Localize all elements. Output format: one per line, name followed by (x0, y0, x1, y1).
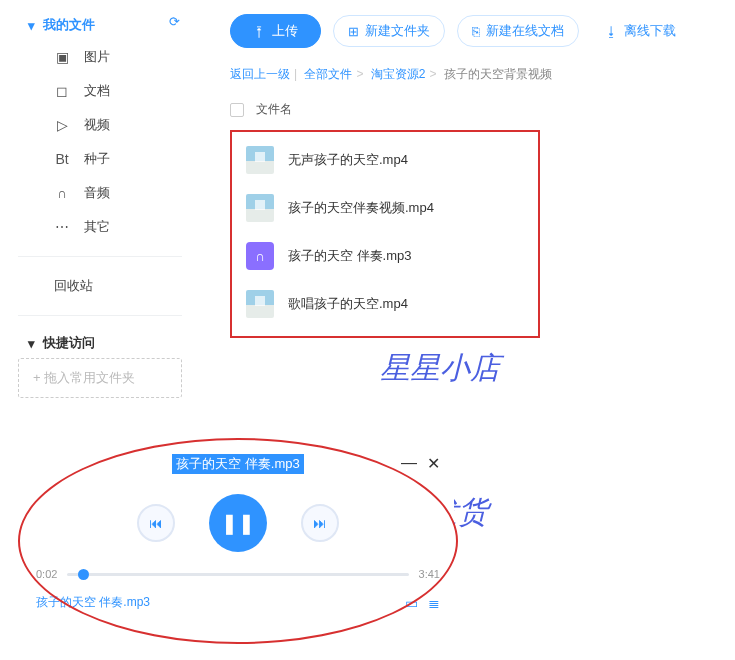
upload-icon: ⭱ (253, 24, 266, 39)
sidebar-item-pictures[interactable]: ▣图片 (18, 40, 182, 74)
sidebar-recycle[interactable]: 回收站 (18, 269, 182, 303)
file-row[interactable]: 歌唱孩子的天空.mp4 (242, 280, 528, 328)
offline-label: 离线下载 (624, 22, 676, 40)
prev-icon: ⏮ (149, 515, 163, 531)
minimize-icon[interactable]: — (401, 454, 417, 473)
new-folder-label: 新建文件夹 (365, 22, 430, 40)
progress-bar: 0:02 3:41 (36, 568, 440, 580)
time-total: 3:41 (419, 568, 440, 580)
sidebar-my-files-label: 我的文件 (43, 16, 95, 34)
new-doc-button[interactable]: ⎘新建在线文档 (457, 15, 579, 47)
column-header: 文件名 (230, 93, 735, 126)
breadcrumb: 返回上一级| 全部文件> 淘宝资源2> 孩子的天空背景视频 (230, 62, 735, 93)
playlist-icon[interactable]: ≣ (428, 595, 440, 611)
watermark-shop: 星星小店 (380, 348, 500, 389)
file-row[interactable]: 孩子的天空伴奏视频.mp4 (242, 184, 528, 232)
refresh-icon[interactable]: ⟳ (169, 14, 180, 29)
file-name: 孩子的天空 伴奏.mp3 (288, 247, 412, 265)
file-row[interactable]: 无声孩子的天空.mp4 (242, 136, 528, 184)
pause-button[interactable]: ❚❚ (209, 494, 267, 552)
sidebar-my-files[interactable]: ▾ 我的文件 (18, 10, 182, 40)
drop-folder-label: + 拖入常用文件夹 (33, 370, 135, 385)
crumb-all[interactable]: 全部文件 (304, 67, 352, 81)
file-name: 歌唱孩子的天空.mp4 (288, 295, 408, 313)
next-icon: ⏭ (313, 515, 327, 531)
seek-track[interactable] (67, 573, 408, 576)
sidebar-item-other[interactable]: ⋯其它 (18, 210, 182, 244)
now-playing-link[interactable]: 孩子的天空 伴奏.mp3 (36, 594, 150, 611)
sidebar-item-label: 其它 (84, 218, 110, 236)
file-name: 无声孩子的天空.mp4 (288, 151, 408, 169)
file-name: 孩子的天空伴奏视频.mp4 (288, 199, 434, 217)
sidebar-quick-access[interactable]: ▾ 快捷访问 (18, 328, 182, 358)
next-button[interactable]: ⏭ (301, 504, 339, 542)
sidebar-item-label: 音频 (84, 184, 110, 202)
sidebar-item-videos[interactable]: ▷视频 (18, 108, 182, 142)
file-row[interactable]: ∩孩子的天空 伴奏.mp3 (242, 232, 528, 280)
new-folder-button[interactable]: ⊞新建文件夹 (333, 15, 445, 47)
close-icon[interactable]: ✕ (427, 454, 440, 473)
player-title: 孩子的天空 伴奏.mp3 (172, 454, 304, 474)
crumb-current: 孩子的天空背景视频 (444, 67, 552, 81)
sidebar-item-label: 图片 (84, 48, 110, 66)
device-icon[interactable]: ▭ (405, 595, 418, 611)
sidebar-item-audio[interactable]: ∩音频 (18, 176, 182, 210)
sidebar-item-label: 种子 (84, 150, 110, 168)
play-icon: ▷ (54, 117, 70, 133)
sidebar-item-label: 视频 (84, 116, 110, 134)
sidebar: ▾ 我的文件 ⟳ ▣图片 ◻文档 ▷视频 Bt种子 ∩音频 ⋯其它 回收站 ▾ … (0, 0, 200, 408)
video-thumb-icon (246, 194, 274, 222)
time-elapsed: 0:02 (36, 568, 57, 580)
bt-icon: Bt (54, 151, 70, 167)
sidebar-item-label: 文档 (84, 82, 110, 100)
audio-player: 孩子的天空 伴奏.mp3 — ✕ ⏮ ❚❚ ⏭ 0:02 3:41 孩子的天空 … (18, 438, 458, 644)
col-filename: 文件名 (256, 101, 292, 118)
sidebar-item-documents[interactable]: ◻文档 (18, 74, 182, 108)
doc-plus-icon: ⎘ (472, 24, 480, 39)
folder-plus-icon: ⊞ (348, 24, 359, 39)
upload-label: 上传 (272, 22, 298, 40)
sidebar-recycle-label: 回收站 (54, 278, 93, 293)
more-icon: ⋯ (54, 219, 70, 235)
video-thumb-icon (246, 290, 274, 318)
chevron-down-icon: ▾ (28, 18, 35, 33)
crumb-seg1[interactable]: 淘宝资源2 (371, 67, 426, 81)
upload-button[interactable]: ⭱上传 (230, 14, 321, 48)
drop-folder-target[interactable]: + 拖入常用文件夹 (18, 358, 182, 398)
seek-knob[interactable] (78, 569, 89, 580)
main: ⭱上传 ⊞新建文件夹 ⎘新建在线文档 ⭳离线下载 返回上一级| 全部文件> 淘宝… (220, 0, 735, 338)
select-all-checkbox[interactable] (230, 103, 244, 117)
toolbar: ⭱上传 ⊞新建文件夹 ⎘新建在线文档 ⭳离线下载 (230, 10, 735, 62)
image-icon: ▣ (54, 49, 70, 65)
prev-button[interactable]: ⏮ (137, 504, 175, 542)
sidebar-item-torrent[interactable]: Bt种子 (18, 142, 182, 176)
crumb-back[interactable]: 返回上一级 (230, 67, 290, 81)
new-doc-label: 新建在线文档 (486, 22, 564, 40)
download-icon: ⭳ (605, 24, 618, 39)
pause-icon: ❚❚ (221, 511, 255, 535)
audio-thumb-icon: ∩ (246, 242, 274, 270)
headphone-icon: ∩ (54, 185, 70, 201)
file-list: 无声孩子的天空.mp4 孩子的天空伴奏视频.mp4 ∩孩子的天空 伴奏.mp3 … (230, 130, 540, 338)
video-thumb-icon (246, 146, 274, 174)
document-icon: ◻ (54, 83, 70, 99)
chevron-down-icon: ▾ (28, 336, 35, 351)
sidebar-quick-label: 快捷访问 (43, 334, 95, 352)
offline-download-button[interactable]: ⭳离线下载 (591, 16, 690, 46)
